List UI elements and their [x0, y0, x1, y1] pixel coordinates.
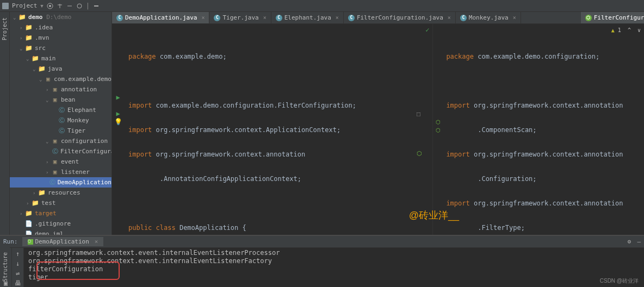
- tree-gitignore[interactable]: 📄.gitignore: [10, 219, 112, 229]
- tab-elephant[interactable]: CElephant.java×: [271, 12, 344, 23]
- up-icon[interactable]: ↑: [16, 250, 20, 258]
- project-icon: [2, 3, 9, 9]
- tree-target[interactable]: ›📁target: [10, 208, 112, 219]
- check-icon: ✓: [425, 26, 429, 34]
- tree-src[interactable]: ⌄📁src: [10, 43, 112, 53]
- tree-mvn[interactable]: ›📁.mvn: [10, 33, 112, 43]
- output-line: filterConfiguration: [28, 265, 640, 273]
- run-output[interactable]: org.springframework.context.event.intern…: [24, 248, 644, 287]
- run-gutter-icon[interactable]: ▶: [114, 110, 122, 118]
- run-panel: Run: ⬡DemoApplication× ⚙ — ▶ ◼ ⏏ ▣ ↑ ↓ ⇌…: [0, 235, 644, 287]
- hide-icon[interactable]: [93, 3, 100, 9]
- tree-package[interactable]: ⌄▣com.example.demo: [10, 74, 112, 84]
- watermark: @砖业洋__: [409, 209, 459, 222]
- close-icon[interactable]: ×: [513, 15, 516, 21]
- tree-annotation[interactable]: ›▣annotation: [10, 84, 112, 95]
- collapse-icon[interactable]: [66, 3, 73, 9]
- wrap-icon[interactable]: ⇌: [16, 270, 20, 277]
- tree-elephant[interactable]: ⒸElephant: [10, 105, 112, 115]
- tree-demoiml[interactable]: 📄demo.iml: [10, 229, 112, 235]
- tree-tiger[interactable]: ⒸTiger: [10, 126, 112, 136]
- tree-demoapp[interactable]: ⒸDemoApplication: [10, 177, 112, 188]
- tree-root[interactable]: ⌄📁demo D:\demo: [10, 12, 112, 22]
- svg-point-3: [77, 4, 82, 8]
- close-icon[interactable]: ×: [448, 15, 451, 21]
- tree-listener[interactable]: ›▣listener: [10, 167, 112, 177]
- tree-java[interactable]: ⌄📁java: [10, 64, 112, 74]
- hide-icon[interactable]: —: [637, 238, 641, 245]
- settings-icon[interactable]: [76, 3, 83, 9]
- print-icon[interactable]: 🖶: [15, 279, 21, 287]
- tree-monkey[interactable]: ⒸMonkey: [10, 115, 112, 126]
- run-tab[interactable]: ⬡DemoApplication×: [22, 237, 104, 246]
- svg-point-2: [49, 5, 51, 7]
- project-tool-tab[interactable]: Project: [2, 17, 8, 40]
- output-line: tiger: [28, 273, 640, 282]
- output-line: org.springframework.context.event.intern…: [28, 257, 640, 265]
- bulb-icon[interactable]: 💡: [114, 118, 122, 126]
- svg-rect-0: [2, 3, 9, 9]
- project-tree[interactable]: ⌄📁demo D:\demo ›📁.idea ›📁.mvn ⌄📁src ⌄📁ma…: [10, 12, 112, 235]
- tree-bean[interactable]: ⌄▣bean: [10, 95, 112, 105]
- close-icon[interactable]: ×: [201, 15, 205, 21]
- output-line: org.springframework.context.event.intern…: [28, 249, 640, 257]
- close-icon[interactable]: ×: [263, 15, 267, 21]
- inspection-badge[interactable]: ▲ 1 ^ ∨: [611, 26, 641, 34]
- tab-demoapp[interactable]: CDemoApplication.java×: [112, 12, 209, 23]
- tab-monkey[interactable]: CMonkey.java×: [456, 12, 521, 23]
- tree-idea[interactable]: ›📁.idea: [10, 22, 112, 33]
- tree-configuration[interactable]: ⌄▣configuration: [10, 136, 112, 146]
- down-icon[interactable]: ↓: [16, 260, 20, 267]
- run-toolbar-left2: ↑ ↓ ⇌ 🖶: [12, 248, 24, 287]
- nav-icon[interactable]: ⬚: [417, 110, 422, 117]
- footer-credit: CSDN @砖业洋: [600, 277, 639, 285]
- close-icon[interactable]: ×: [336, 15, 339, 21]
- tab-tiger[interactable]: CTiger.java×: [209, 12, 271, 23]
- bean-icon[interactable]: ⬡: [417, 150, 422, 157]
- tab-filterconf1[interactable]: CFilterConfiguration.java×: [344, 12, 456, 23]
- run-label: Run:: [3, 238, 18, 245]
- structure-tool-tab[interactable]: Structure: [2, 252, 8, 282]
- bean-icon[interactable]: ⬡: [434, 118, 442, 126]
- editor-tabs: CDemoApplication.java× CTiger.java× CEle…: [112, 12, 644, 24]
- tree-filterconf[interactable]: ⒸFilterConfiguratio: [10, 146, 112, 157]
- tree-event[interactable]: ›▣event: [10, 157, 112, 167]
- tree-test[interactable]: ›📁test: [10, 198, 112, 208]
- editor-right[interactable]: ▲ 1 ^ ∨ package com.example.demo.configu…: [433, 24, 644, 235]
- editor-left[interactable]: ✓ package com.example.demo; import com.e…: [112, 24, 433, 235]
- tree-main[interactable]: ⌄📁main: [10, 53, 112, 64]
- expand-icon[interactable]: [57, 3, 63, 9]
- left-gutter: Project: [0, 12, 10, 235]
- project-dropdown[interactable]: Project: [12, 2, 37, 9]
- tree-resources[interactable]: ›📁resources: [10, 188, 112, 198]
- run-gutter-icon[interactable]: ▶: [114, 93, 122, 102]
- target-icon[interactable]: [47, 3, 53, 9]
- bean-icon[interactable]: ⬡: [434, 126, 442, 134]
- gear-icon[interactable]: ⚙: [627, 238, 631, 245]
- toolbar: Project ▼ |: [0, 0, 644, 12]
- tab-filterconf2[interactable]: ⬡FilterConfiguration.java×: [581, 12, 644, 23]
